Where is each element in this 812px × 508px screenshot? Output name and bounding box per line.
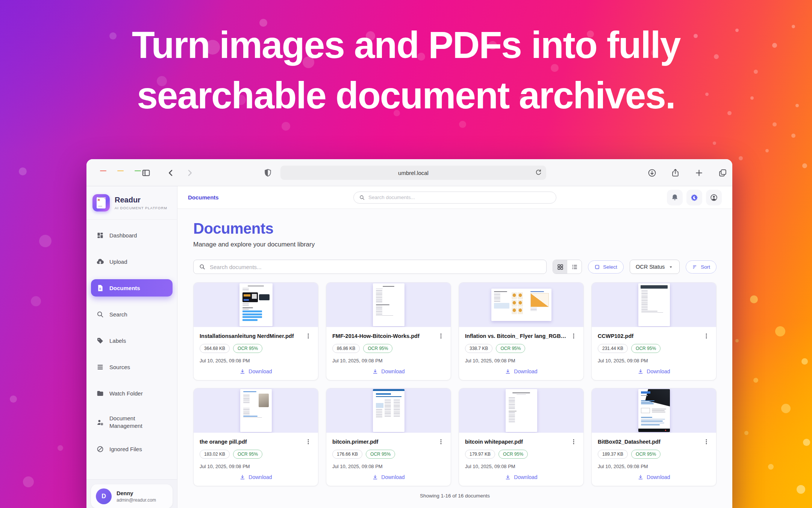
document-title: Inflation vs. Bitcoin_ Flyer lang_RGB.pd…	[465, 332, 567, 339]
topbar-search[interactable]	[353, 192, 556, 204]
download-button[interactable]: Download	[465, 368, 577, 380]
document-card[interactable]: bitcoin.primer.pdf 176.66 KB OCR 95% Jul…	[326, 388, 451, 486]
more-options-button[interactable]	[703, 332, 710, 340]
topbar-search-input[interactable]	[368, 195, 551, 200]
more-options-button[interactable]	[570, 438, 577, 446]
sidebar-item-watch-folder[interactable]: Watch Folder	[91, 385, 173, 402]
select-button[interactable]: Select	[588, 260, 624, 274]
download-icon	[239, 368, 245, 374]
close-window-button[interactable]	[100, 170, 106, 171]
file-size-badge: 338.7 KB	[465, 344, 492, 353]
sort-button[interactable]: Sort	[686, 260, 717, 274]
more-options-button[interactable]	[437, 438, 445, 446]
download-button[interactable]: Download	[332, 474, 445, 486]
download-label: Download	[248, 474, 272, 480]
sidebar-item-dashboard[interactable]: Dashboard	[91, 227, 173, 244]
download-button[interactable]: Download	[598, 474, 710, 486]
sidebar-toggle-icon[interactable]	[141, 168, 151, 178]
grid-view-button[interactable]	[553, 260, 567, 274]
account-button[interactable]	[706, 190, 722, 205]
view-toggle	[553, 260, 582, 274]
more-options-button[interactable]	[304, 438, 312, 446]
list-icon	[96, 363, 104, 371]
shield-icon[interactable]	[263, 168, 273, 178]
download-button[interactable]: Download	[332, 368, 445, 380]
upload-icon	[96, 258, 104, 266]
more-options-button[interactable]	[703, 438, 710, 446]
notifications-button[interactable]	[667, 190, 683, 205]
downloads-icon[interactable]	[647, 168, 657, 178]
theme-toggle-button[interactable]	[686, 190, 702, 205]
ocr-status-dropdown[interactable]: OCR Status	[630, 260, 680, 274]
more-options-button[interactable]	[570, 332, 577, 340]
file-size-badge: 176.66 KB	[332, 450, 362, 459]
url-text: umbrel.local	[398, 170, 429, 176]
document-icon	[96, 284, 104, 292]
sort-icon	[692, 264, 698, 270]
sidebar-item-document-management[interactable]: Document Management	[91, 411, 173, 433]
document-card[interactable]: Inflation vs. Bitcoin_ Flyer lang_RGB.pd…	[459, 282, 584, 380]
file-size-badge: 183.02 KB	[200, 450, 230, 459]
document-card[interactable]: CCWP102.pdf 231.44 KB OCR 95% Jul 10, 20…	[591, 282, 717, 380]
address-bar[interactable]: umbrel.local	[280, 166, 546, 180]
download-button[interactable]: Download	[465, 474, 577, 486]
document-thumbnail	[194, 388, 318, 433]
user-card[interactable]: D Denny admin@readur.com	[91, 484, 173, 508]
document-date: Jul 10, 2025, 09:08 PM	[598, 464, 710, 469]
sidebar-item-documents[interactable]: Documents	[91, 279, 173, 297]
results-count: Showing 1-16 of 16 documents	[193, 493, 717, 499]
document-card[interactable]: FMF-2014-How-Bitcoin-Works.pdf 86.86 KB …	[326, 282, 451, 380]
download-button[interactable]: Download	[598, 368, 710, 380]
download-button[interactable]: Download	[200, 474, 312, 486]
download-icon	[239, 474, 245, 480]
documents-search-input[interactable]	[210, 264, 541, 270]
file-size-badge: 86.86 KB	[332, 344, 360, 353]
list-view-button[interactable]	[567, 260, 582, 274]
tag-icon	[96, 337, 104, 345]
sidebar-item-ignored-files[interactable]: Ignored Files	[91, 440, 173, 458]
document-date: Jul 10, 2025, 09:08 PM	[200, 464, 312, 469]
user-strip: D Denny admin@readur.com	[86, 479, 177, 508]
hero-headline: Turn images and PDFs into fully searchab…	[0, 20, 812, 120]
reload-icon[interactable]	[535, 169, 542, 176]
sidebar-item-labels[interactable]: Labels	[91, 332, 173, 349]
documents-grid: Installationsanleitung NerdMiner.pdf 364…	[193, 282, 717, 486]
bell-icon	[671, 193, 679, 202]
brand-name: Readur	[115, 196, 167, 204]
document-title: bitcoin whitepaper.pdf	[465, 438, 567, 445]
user-email: admin@readur.com	[117, 497, 156, 503]
more-options-button[interactable]	[304, 332, 312, 340]
forward-icon[interactable]	[185, 168, 194, 178]
new-tab-icon[interactable]	[694, 168, 704, 178]
breadcrumb[interactable]: Documents	[188, 194, 219, 201]
document-card[interactable]: the orange pill.pdf 183.02 KB OCR 95% Ju…	[193, 388, 318, 486]
hero-line-2: searchable document archives.	[0, 70, 812, 120]
document-card[interactable]: bitcoin whitepaper.pdf 179.97 KB OCR 95%…	[459, 388, 584, 486]
brand: R Readur AI DOCUMENT PLATFORM	[86, 186, 177, 220]
sidebar-item-sources[interactable]: Sources	[91, 358, 173, 376]
document-card[interactable]: BitBox02_Datasheet.pdf 189.37 KB OCR 95%…	[591, 388, 717, 486]
document-thumbnail	[326, 388, 451, 433]
tabs-icon[interactable]	[718, 168, 727, 178]
documents-search[interactable]	[193, 260, 547, 274]
dashboard-icon	[96, 231, 104, 239]
sidebar-item-search[interactable]: Search	[91, 306, 173, 323]
download-button[interactable]: Download	[200, 368, 312, 380]
document-title: BitBox02_Datasheet.pdf	[598, 438, 700, 445]
sidebar-item-upload[interactable]: Upload	[91, 253, 173, 270]
document-thumbnail	[459, 388, 583, 433]
ocr-badge: OCR 95%	[363, 344, 392, 353]
hero-line-1: Turn images and PDFs into fully	[0, 20, 812, 70]
document-date: Jul 10, 2025, 09:08 PM	[598, 358, 710, 364]
download-label: Download	[248, 368, 272, 374]
more-options-button[interactable]	[437, 332, 445, 340]
download-label: Download	[647, 368, 670, 374]
browser-chrome: umbrel.local	[86, 159, 732, 186]
zoom-window-button[interactable]	[135, 170, 141, 171]
minimize-window-button[interactable]	[117, 170, 124, 171]
download-icon	[372, 368, 378, 374]
document-card[interactable]: Installationsanleitung NerdMiner.pdf 364…	[193, 282, 318, 380]
share-icon[interactable]	[671, 168, 680, 178]
back-icon[interactable]	[166, 168, 176, 178]
document-date: Jul 10, 2025, 09:08 PM	[332, 358, 445, 364]
